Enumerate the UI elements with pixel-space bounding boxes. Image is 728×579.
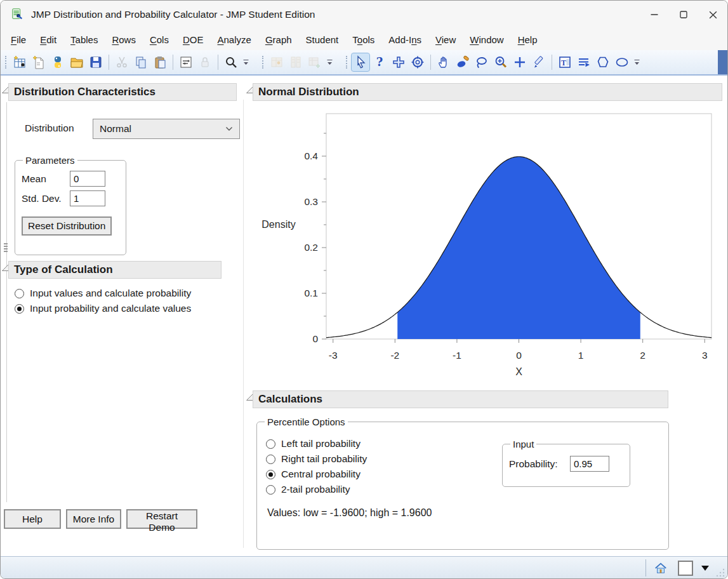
grabber-hand-button[interactable] [435, 53, 453, 71]
distribution-select[interactable]: Normal [93, 119, 240, 139]
maximize-button[interactable] [669, 1, 698, 29]
crosshair-target-button[interactable] [409, 53, 427, 71]
pencil-button[interactable] [530, 53, 548, 71]
home-button[interactable] [652, 560, 669, 576]
menu-tables[interactable]: Tables [63, 31, 105, 48]
menu-student[interactable]: Student [299, 31, 346, 48]
close-icon [708, 10, 718, 20]
arrow-cursor-button[interactable] [352, 53, 369, 71]
lasso-button[interactable] [473, 53, 491, 71]
new-data-table-icon [12, 55, 27, 70]
polygon-button[interactable] [594, 53, 612, 71]
menu-add-ins[interactable]: Add-Ins [381, 31, 428, 48]
restart-demo-button[interactable]: Restart Demo [126, 509, 197, 529]
expand-arrow-button[interactable] [701, 562, 710, 574]
std-dev-label: Std. Dev. [22, 193, 70, 204]
radio-selected-icon[interactable] [15, 304, 24, 314]
percentile-option-right-tail-probability[interactable]: Right tail probability [266, 451, 367, 467]
y-tick-label: 0.4 [304, 150, 318, 161]
section-header-normal-distribution[interactable]: Normal Distribution [253, 83, 722, 101]
parameters-groupbox: Parameters Mean Std. Dev. Reset Distribu… [15, 155, 126, 255]
new-data-table-button[interactable] [11, 53, 29, 71]
menu-view[interactable]: View [428, 31, 463, 48]
radio-unselected-icon[interactable] [15, 289, 24, 298]
x-axis-label: X [515, 366, 522, 377]
toolbar-overflow-button[interactable] [241, 53, 251, 71]
brush-button[interactable] [454, 53, 472, 71]
toolbar-grip[interactable] [346, 56, 347, 69]
pencil-icon [531, 55, 546, 70]
toolbar-grip[interactable] [5, 56, 6, 69]
help-button[interactable]: ? [371, 53, 388, 71]
probability-label: Probability: [509, 458, 570, 470]
resize-grip[interactable] [716, 568, 725, 577]
x-tick-label: 3 [702, 350, 708, 361]
probability-field[interactable] [570, 456, 609, 472]
menu-tools[interactable]: Tools [345, 31, 381, 48]
new-script-button[interactable] [30, 53, 48, 71]
radio-unselected-icon[interactable] [266, 439, 275, 449]
reset-distribution-button[interactable]: Reset Distribution [22, 216, 112, 236]
density-chart[interactable]: -3-2-1012300.10.20.30.4DensityX [255, 109, 722, 382]
toolbar-group-1 [1, 53, 251, 71]
save-button[interactable] [87, 53, 105, 71]
close-button[interactable] [698, 1, 727, 29]
toolbar-grip[interactable] [262, 56, 263, 69]
paste-button[interactable] [151, 53, 169, 71]
menu-help[interactable]: Help [511, 31, 545, 48]
percentile-option-left-tail-probability[interactable]: Left tail probability [266, 436, 367, 451]
toolbar-separator [173, 55, 173, 70]
split-columns-icon [288, 55, 303, 70]
search-button[interactable] [222, 53, 240, 71]
menu-graph[interactable]: Graph [258, 31, 299, 48]
section-header-calculations[interactable]: Calculations [253, 390, 668, 408]
title-bar: JMP Distribution and Probability Calcula… [1, 1, 727, 29]
line-annotation-button[interactable] [575, 53, 593, 71]
color-swatch-button[interactable] [678, 561, 693, 576]
window-controls [640, 1, 727, 29]
percentile-option-2-tail-probability[interactable]: 2-tail probability [266, 482, 367, 497]
y-axis-label: Density [261, 219, 295, 230]
move-tool-button[interactable] [390, 53, 407, 71]
toolbar-group-2 [258, 53, 335, 71]
menu-file[interactable]: File [4, 31, 33, 48]
section-header-distribution-characteristics[interactable]: Distribution Characteristics [8, 83, 237, 101]
std-dev-field[interactable] [70, 190, 105, 206]
menu-rows[interactable]: Rows [105, 31, 143, 48]
mean-field[interactable] [70, 171, 105, 187]
polygon-icon [595, 55, 611, 70]
input-legend: Input [510, 439, 536, 449]
splitter-grip[interactable] [4, 242, 8, 253]
menu-analyze[interactable]: Analyze [211, 31, 258, 48]
radio-unselected-icon[interactable] [266, 455, 275, 464]
menu-doe[interactable]: DOE [176, 31, 211, 48]
calc-type-option-input-probability-and-calculate-values[interactable]: Input probability and calculate values [15, 301, 191, 316]
copy-button[interactable] [132, 53, 150, 71]
calc-type-option-input-values-and-calculate-probability[interactable]: Input values and calculate probability [15, 286, 191, 301]
add-point-button[interactable] [511, 53, 529, 71]
menu-cols[interactable]: Cols [143, 31, 176, 48]
menu-window[interactable]: Window [463, 31, 510, 48]
zoom-in-button[interactable] [492, 53, 510, 71]
toolbar-overflow-button[interactable] [632, 53, 642, 71]
python-icon [50, 55, 65, 70]
help-button[interactable]: Help [4, 509, 61, 529]
oval-button[interactable] [613, 53, 631, 71]
text-annotation-button[interactable]: T [556, 53, 574, 71]
section-header-type-of-calculation[interactable]: Type of Calculation [8, 261, 222, 279]
toolbar-overflow-button[interactable] [325, 53, 334, 71]
more-info-button[interactable]: More Info [66, 509, 121, 529]
main-area: Distribution Characteristics Distributio… [1, 76, 727, 556]
status-separator [645, 559, 646, 576]
column-panel-button[interactable] [177, 53, 195, 71]
brush-icon [455, 55, 470, 70]
new-view-button [306, 53, 324, 71]
open-file-button[interactable] [68, 53, 86, 71]
radio-selected-icon[interactable] [266, 470, 275, 479]
python-button[interactable] [49, 53, 67, 71]
menu-edit[interactable]: Edit [33, 31, 63, 48]
percentile-option-central-probability[interactable]: Central probability [266, 467, 367, 482]
minimize-button[interactable] [640, 1, 669, 29]
radio-unselected-icon[interactable] [266, 485, 275, 495]
home-icon [654, 561, 668, 575]
